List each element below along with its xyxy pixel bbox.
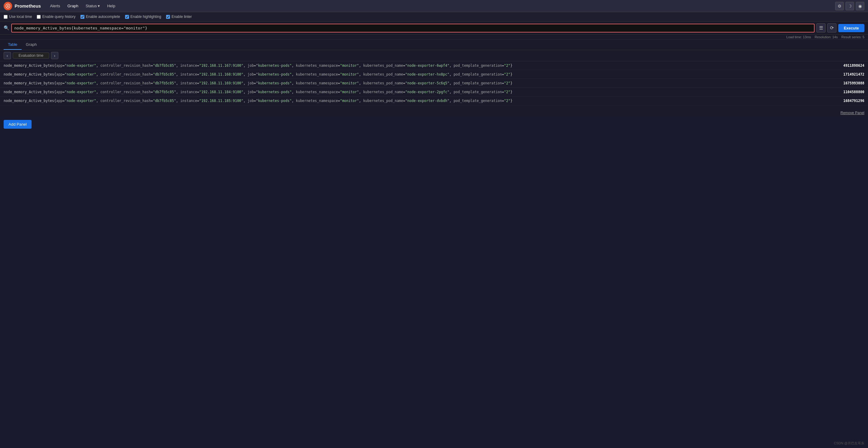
tab-table[interactable]: Table [4,40,22,50]
format-icon[interactable]: ☰ [816,23,826,32]
navbar-right: ⚙ ☽ ◉ [835,2,864,10]
execute-button[interactable]: Execute [838,24,864,32]
history-icon[interactable]: ⟳ [827,23,836,32]
metric-label: node_memory_Active_bytes{app="node-expor… [4,63,828,68]
next-time-button[interactable]: › [51,52,58,59]
load-time: Load time: 13ms [786,35,811,39]
metric-label: node_memory_Active_bytes{app="node-expor… [4,90,828,94]
nav-help[interactable]: Help [104,2,118,10]
query-input-wrap [11,24,814,32]
nav-alerts[interactable]: Alerts [47,2,63,10]
metric-label: node_memory_Active_bytes{app="node-expor… [4,72,828,76]
enable-linter-checkbox[interactable]: Enable linter [166,14,192,19]
metric-label: node_memory_Active_bytes{app="node-expor… [4,81,828,85]
query-input[interactable] [14,26,811,30]
use-local-time-checkbox[interactable]: Use local time [4,14,32,19]
query-bar: 🔍 ☰ ⟳ Execute [0,22,868,35]
nav-status[interactable]: Status ▾ [83,2,103,10]
eval-bar: ‹ Evaluation time › [0,50,868,61]
resolution: Resolution: 14s [814,35,838,39]
result-series: Result series: 5 [841,35,864,39]
table-row: node_memory_Active_bytes{app="node-expor… [0,88,868,97]
metric-value: 1684791296 [834,99,864,103]
metric-value: 1675993088 [834,81,864,85]
metric-value: 4911898624 [834,63,864,68]
query-actions: ☰ ⟳ Execute [816,23,864,32]
enable-highlighting-checkbox[interactable]: Enable highlighting [125,14,161,19]
navbar: Prometheus Alerts Graph Status ▾ Help ⚙ … [0,0,868,12]
eval-time-label: Evaluation time [13,53,49,59]
svg-point-1 [7,5,9,7]
watermark: CSDN @月巴左耳东 [834,441,864,446]
metric-value: 1714921472 [834,72,864,76]
metric-value: 1104588800 [834,90,864,94]
footer-actions: Remove Panel [0,109,868,117]
circle-icon[interactable]: ◉ [856,2,864,10]
enable-autocomplete-checkbox[interactable]: Enable autocomplete [81,14,120,19]
table-row: node_memory_Active_bytes{app="node-expor… [0,97,868,105]
toolbar: Use local time Enable query history Enab… [0,12,868,22]
search-icon: 🔍 [4,25,9,31]
metric-label: node_memory_Active_bytes{app="node-expor… [4,99,828,103]
add-panel-button[interactable]: Add Panel [4,120,32,129]
chevron-down-icon: ▾ [98,4,100,8]
enable-query-history-checkbox[interactable]: Enable query history [37,14,75,19]
remove-panel-link[interactable]: Remove Panel [840,111,864,115]
table-row: node_memory_Active_bytes{app="node-expor… [0,61,868,70]
moon-icon[interactable]: ☽ [845,2,854,10]
tab-graph[interactable]: Graph [22,40,41,50]
prev-time-button[interactable]: ‹ [4,52,11,59]
tabs-row: Table Graph [0,40,868,50]
results-container: node_memory_Active_bytes{app="node-expor… [0,61,868,109]
nav-links: Alerts Graph Status ▾ Help [47,2,118,10]
app-logo [4,2,12,10]
status-bar: Load time: 13ms Resolution: 14s Result s… [0,35,868,40]
gear-icon[interactable]: ⚙ [835,2,844,10]
table-row: node_memory_Active_bytes{app="node-expor… [0,70,868,79]
table-row: node_memory_Active_bytes{app="node-expor… [0,79,868,88]
nav-graph[interactable]: Graph [64,2,81,10]
app-title: Prometheus [14,3,41,8]
